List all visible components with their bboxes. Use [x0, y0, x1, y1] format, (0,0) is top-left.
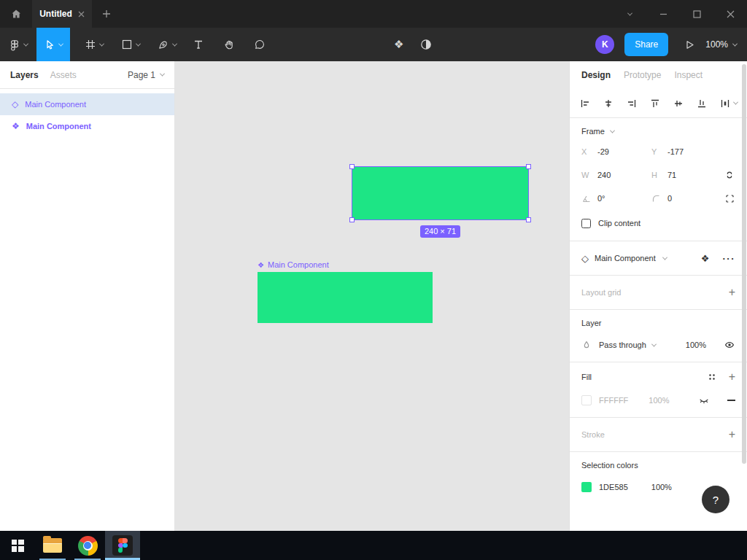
frame-tool-button[interactable] [76, 28, 112, 61]
align-top-icon[interactable] [649, 98, 661, 109]
clip-content-label: Clip content [598, 219, 640, 228]
align-vertical-center-icon[interactable] [673, 98, 684, 109]
layer-row-main-component-2[interactable]: ❖ Main Component [0, 115, 174, 137]
tab-close-icon[interactable] [78, 11, 85, 18]
tab-assets[interactable]: Assets [50, 70, 77, 80]
file-explorer-button[interactable] [35, 531, 70, 560]
move-tool-button[interactable] [36, 28, 70, 61]
component-frame-icon: ◇ [581, 253, 589, 264]
file-tab[interactable]: Untitled [32, 0, 92, 28]
pen-tool-button[interactable] [149, 28, 185, 61]
chevron-down-icon[interactable] [662, 254, 667, 260]
remove-fill-icon[interactable] [727, 400, 735, 401]
hand-tool-button[interactable] [216, 28, 242, 61]
toolbar: ❖ K Share 100% [0, 28, 747, 61]
figma-app-button[interactable] [105, 531, 140, 560]
comment-tool-button[interactable] [247, 28, 273, 61]
chevron-down-icon[interactable] [136, 41, 141, 46]
present-button[interactable] [684, 39, 695, 50]
x-position-field[interactable]: X -29 [581, 147, 651, 156]
canvas[interactable]: 240 × 71 ❖ Main Component [175, 61, 569, 531]
minimize-button[interactable] [646, 0, 680, 28]
resize-handle-top-right[interactable] [526, 164, 531, 169]
corner-radius-value[interactable]: 0 [667, 194, 672, 203]
selection-color-opacity[interactable]: 100% [651, 483, 672, 491]
add-stroke-icon[interactable]: + [729, 429, 735, 440]
component-object-label[interactable]: ❖ Main Component [258, 260, 329, 269]
start-button[interactable] [0, 531, 35, 560]
selection-color-hex[interactable]: 1DE585 [599, 483, 628, 491]
blend-mode-dropdown[interactable]: Pass through [599, 341, 656, 349]
y-value[interactable]: -177 [667, 147, 684, 156]
clip-content-checkbox[interactable] [581, 219, 591, 228]
more-options-icon[interactable]: ··· [723, 253, 736, 264]
layers-list: ◇ Main Component ❖ Main Component [0, 93, 174, 137]
w-value[interactable]: 240 [597, 171, 611, 179]
zoom-dropdown[interactable]: 100% [705, 39, 737, 50]
share-button[interactable]: Share [624, 33, 668, 56]
independent-corners-icon[interactable] [724, 193, 735, 204]
height-field[interactable]: H 71 [651, 171, 721, 179]
resize-handle-bottom-right[interactable] [526, 217, 531, 222]
home-button[interactable] [0, 0, 32, 28]
selected-rectangle[interactable] [352, 167, 528, 219]
chevron-down-icon[interactable] [99, 41, 104, 46]
maximize-button[interactable] [680, 0, 713, 28]
resize-handle-bottom-left[interactable] [349, 217, 355, 222]
fill-color-swatch[interactable] [581, 395, 592, 405]
distribute-menu-icon[interactable] [719, 98, 738, 109]
constrain-proportions-icon[interactable] [724, 169, 735, 181]
fill-hex-field[interactable]: FFFFFF [599, 396, 628, 405]
rectangle-tool-icon [121, 39, 133, 50]
tab-design[interactable]: Design [581, 70, 611, 80]
align-bottom-icon[interactable] [696, 98, 708, 109]
chevron-down-icon[interactable] [172, 41, 177, 46]
component-icon: ❖ [12, 122, 20, 131]
eye-hidden-icon[interactable] [698, 394, 710, 406]
rotation-value[interactable]: 0° [597, 194, 605, 203]
resize-handle-top-left[interactable] [349, 164, 355, 169]
selection-color-swatch[interactable] [581, 482, 592, 492]
add-layout-grid-icon[interactable]: + [729, 287, 735, 298]
fill-styles-icon[interactable] [707, 372, 717, 382]
clip-content-control[interactable]: Clip content [581, 214, 735, 232]
main-component-rectangle[interactable] [258, 272, 433, 323]
page-selector[interactable]: Page 1 [128, 70, 164, 80]
h-value[interactable]: 71 [667, 171, 676, 179]
width-field[interactable]: W 240 [581, 171, 651, 179]
tab-inspect[interactable]: Inspect [674, 70, 703, 80]
avatar[interactable]: K [595, 35, 614, 54]
tab-prototype[interactable]: Prototype [624, 70, 661, 80]
text-tool-button[interactable] [185, 28, 212, 61]
align-right-icon[interactable] [626, 98, 638, 109]
align-horizontal-center-icon[interactable] [603, 98, 614, 109]
close-button[interactable] [713, 0, 747, 28]
layer-opacity-field[interactable]: 100% [686, 341, 706, 349]
chevron-down-icon[interactable] [58, 41, 63, 46]
chevron-down-icon [732, 41, 738, 46]
layer-row-main-component-1[interactable]: ◇ Main Component [0, 93, 174, 115]
tab-layers[interactable]: Layers [10, 70, 39, 80]
panel-scrollbar[interactable] [742, 64, 746, 464]
frame-type-label: Frame [581, 127, 605, 136]
window-menu-chevron[interactable] [613, 0, 646, 28]
mask-icon[interactable] [419, 38, 433, 51]
eye-visible-icon[interactable] [724, 339, 735, 351]
corner-radius-field[interactable]: 0 [651, 194, 721, 203]
create-component-icon[interactable]: ❖ [394, 38, 403, 51]
frame-type-dropdown[interactable]: Frame [581, 127, 735, 136]
new-tab-button[interactable] [92, 0, 121, 28]
component-icon[interactable]: ❖ [701, 253, 710, 264]
main-menu-button[interactable] [0, 28, 36, 61]
chevron-down-icon[interactable] [23, 41, 28, 46]
align-left-icon[interactable] [579, 98, 591, 109]
help-button[interactable]: ? [702, 486, 729, 513]
x-value[interactable]: -29 [597, 147, 609, 156]
rotation-field[interactable]: 0° [581, 194, 651, 203]
y-position-field[interactable]: Y -177 [651, 147, 721, 156]
fill-opacity-field[interactable]: 100% [649, 396, 669, 405]
fill-section-title: Fill [581, 373, 592, 381]
shape-tool-button[interactable] [112, 28, 149, 61]
add-fill-icon[interactable]: + [729, 371, 735, 383]
chrome-button[interactable] [70, 531, 105, 560]
